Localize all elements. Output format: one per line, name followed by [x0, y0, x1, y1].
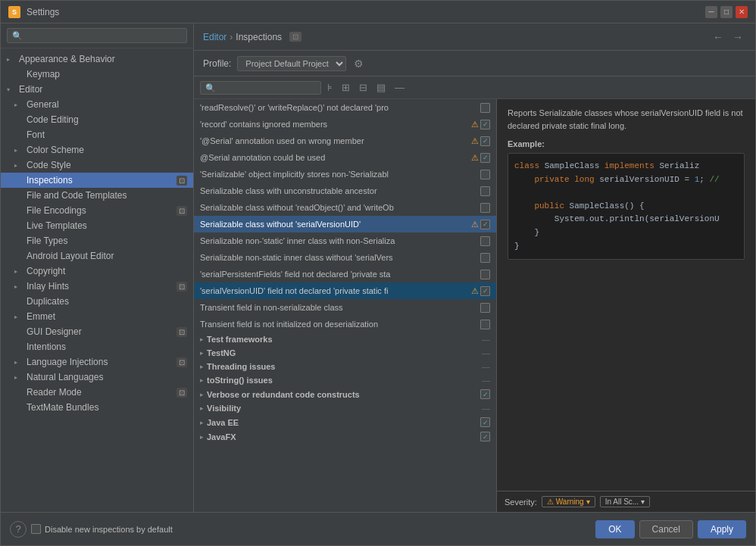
expand-icon: ▸: [14, 374, 23, 381]
group-row-verbose[interactable]: ▸ Verbose or redundant code constructs ✓: [194, 387, 496, 401]
inspection-checkbox[interactable]: [480, 236, 490, 246]
sidebar-item-editor[interactable]: ▾ Editor: [1, 82, 193, 97]
group-row-javafx[interactable]: ▸ JavaFX ✓: [194, 429, 496, 444]
checkbox-input[interactable]: [31, 524, 41, 534]
sidebar-item-file-types[interactable]: File Types: [1, 233, 193, 248]
inspection-row-readresolve[interactable]: 'readResolve()' or 'writeReplace()' not …: [194, 99, 496, 116]
sidebar-item-language-injections[interactable]: ▸ Language Injections ⊡: [1, 354, 193, 370]
sidebar-item-reader-mode[interactable]: Reader Mode ⊡: [1, 385, 193, 400]
ok-button[interactable]: OK: [595, 520, 634, 538]
group-row-java-ee[interactable]: ▸ Java EE ✓: [194, 415, 496, 429]
inspection-row-serializable-stores[interactable]: 'Serializable' object implicitly stores …: [194, 166, 496, 183]
group-row-test-frameworks[interactable]: ▸ Test frameworks —: [194, 332, 496, 346]
sidebar-item-label: Inlay Hints: [27, 281, 69, 292]
inspection-checkbox[interactable]: ✓: [480, 286, 490, 296]
sidebar-item-intentions[interactable]: Intentions: [1, 339, 193, 354]
sidebar-item-color-scheme[interactable]: ▸ Color Scheme: [1, 142, 193, 158]
cancel-button[interactable]: Cancel: [639, 520, 693, 538]
sidebar-item-inlay-hints[interactable]: ▸ Inlay Hints ⊡: [1, 279, 193, 294]
group-label: toString() issues: [207, 376, 273, 385]
inspection-checkbox[interactable]: [480, 170, 490, 179]
inspection-checkbox[interactable]: ✓: [480, 136, 490, 146]
inspection-row-serialversionfield[interactable]: 'serialVersionUID' field not declared 'p…: [194, 282, 496, 299]
back-button[interactable]: ←: [710, 30, 726, 45]
inspection-row-transient-init[interactable]: Transient field is not initialized on de…: [194, 316, 496, 332]
inspection-row-transient-field[interactable]: Transient field in non-serializable clas…: [194, 299, 496, 316]
inspection-row-nonstatic-inner[interactable]: Serializable non-'static' inner class wi…: [194, 232, 496, 249]
example-label: Example:: [508, 139, 745, 148]
severity-warning-badge[interactable]: ⚠ Warning ▾: [542, 496, 595, 507]
collapse-all-button[interactable]: ⊟: [356, 80, 370, 95]
sidebar-item-appearance[interactable]: ▸ Appearance & Behavior: [1, 51, 193, 67]
code-block: class SampleClass implements Serializ pr…: [508, 153, 745, 260]
sidebar-item-label: Reader Mode: [27, 387, 82, 398]
inspection-checkbox[interactable]: [480, 303, 490, 313]
sidebar-item-label: File and Code Templates: [27, 190, 127, 201]
sidebar-item-label: Keymap: [27, 69, 60, 80]
sidebar-item-inspections[interactable]: Inspections ⊡: [1, 173, 193, 188]
group-row-visibility[interactable]: ▸ Visibility —: [194, 401, 496, 415]
sidebar-item-keymap[interactable]: Keymap: [1, 67, 193, 82]
disable-label: Disable new inspections by default: [45, 525, 173, 534]
group-row-testng[interactable]: ▸ TestNG —: [194, 346, 496, 360]
sidebar-item-duplicates[interactable]: Duplicates: [1, 294, 193, 309]
inspection-row-serial-annotation[interactable]: '@Serial' annotation used on wrong membe…: [194, 133, 496, 149]
inspections-search-input[interactable]: [200, 81, 321, 95]
sidebar-item-copyright[interactable]: ▸ Copyright: [1, 264, 193, 279]
sidebar-item-emmet[interactable]: ▸ Emmet: [1, 309, 193, 324]
sidebar-item-code-style[interactable]: ▸ Code Style: [1, 158, 193, 173]
close-button[interactable]: ✕: [736, 6, 748, 18]
minimize-button[interactable]: ─: [705, 6, 717, 18]
sidebar-search-input[interactable]: [7, 28, 187, 43]
sidebar-item-gui-designer[interactable]: GUI Designer ⊡: [1, 324, 193, 339]
forward-button[interactable]: →: [729, 30, 746, 45]
group-checkbox[interactable]: ✓: [480, 417, 490, 427]
inspection-row-readobject[interactable]: Serializable class without 'readObject()…: [194, 199, 496, 216]
sidebar-item-android-layout-editor[interactable]: Android Layout Editor: [1, 248, 193, 264]
inspection-row-unconstructable[interactable]: Serializable class with unconstructable …: [194, 183, 496, 199]
group-row-tostring[interactable]: ▸ toString() issues —: [194, 373, 496, 387]
apply-button[interactable]: Apply: [698, 520, 746, 538]
filter-button[interactable]: ⊧: [324, 80, 336, 95]
scope-button[interactable]: In All Sc... ▾: [600, 496, 650, 507]
more-button[interactable]: —: [392, 80, 408, 95]
inspection-row-persistent-fields[interactable]: 'serialPersistentFields' field not decla…: [194, 266, 496, 282]
inspection-checkbox[interactable]: [480, 103, 490, 113]
sidebar-item-textmate-bundles[interactable]: TextMate Bundles: [1, 400, 193, 415]
sidebar-item-natural-languages[interactable]: ▸ Natural Languages: [1, 370, 193, 385]
group-checkbox[interactable]: ✓: [480, 389, 490, 399]
bottom-right: OK Cancel Apply: [595, 520, 746, 538]
inspection-text: '@Serial' annotation used on wrong membe…: [200, 136, 468, 145]
group-label: Java EE: [207, 418, 239, 427]
inspection-checkbox[interactable]: [480, 253, 490, 263]
inspection-checkbox[interactable]: ✓: [480, 220, 490, 229]
profile-select[interactable]: Project Default Project: [237, 56, 346, 71]
inspection-checkbox[interactable]: [480, 270, 490, 279]
sidebar-item-file-encodings[interactable]: File Encodings ⊡: [1, 203, 193, 218]
inspection-row-serial-used[interactable]: @Serial annotation could be used ⚠ ✓: [194, 149, 496, 166]
profile-gear-button[interactable]: ⚙: [352, 56, 365, 71]
help-button[interactable]: ?: [10, 521, 27, 538]
expand-icon: ▸: [14, 359, 23, 366]
sidebar-item-file-code-templates[interactable]: File and Code Templates: [1, 188, 193, 203]
sidebar-item-general[interactable]: ▸ General: [1, 97, 193, 112]
inspection-checkbox[interactable]: ✓: [480, 120, 490, 129]
breadcrumb-tab-icon[interactable]: ⊡: [289, 32, 301, 42]
maximize-button[interactable]: □: [720, 6, 733, 18]
disable-inspections-checkbox[interactable]: Disable new inspections by default: [31, 524, 173, 534]
inspection-checkbox[interactable]: [480, 186, 490, 196]
inspection-row-record[interactable]: 'record' contains ignored members ⚠ ✓: [194, 116, 496, 133]
inspection-checkbox[interactable]: ✓: [480, 153, 490, 163]
inspection-checkbox[interactable]: [480, 320, 490, 329]
inspection-checkbox[interactable]: [480, 203, 490, 213]
inspection-row-nonstatic-vers[interactable]: Serializable non-static inner class with…: [194, 249, 496, 266]
tab-icon: ⊡: [177, 327, 187, 337]
group-row-threading[interactable]: ▸ Threading issues —: [194, 360, 496, 373]
expand-all-button[interactable]: ⊞: [339, 80, 353, 95]
sidebar-item-live-templates[interactable]: Live Templates: [1, 218, 193, 233]
sidebar-item-font[interactable]: Font: [1, 127, 193, 142]
sidebar-item-code-editing[interactable]: Code Editing: [1, 112, 193, 127]
group-checkbox[interactable]: ✓: [480, 432, 490, 441]
inspection-row-serialversionuid[interactable]: Serializable class without 'serialVersio…: [194, 216, 496, 232]
group-button[interactable]: ▤: [373, 80, 389, 95]
